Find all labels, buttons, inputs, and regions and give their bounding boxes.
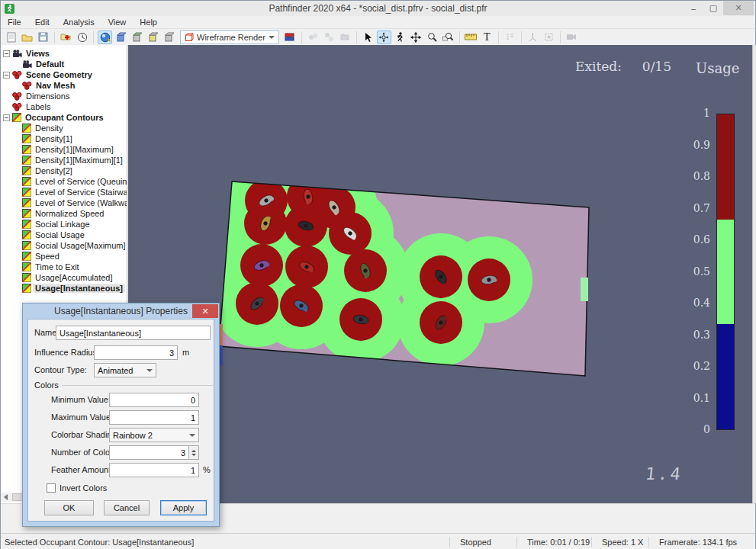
close-button[interactable]: ✕ (723, 1, 754, 15)
frame-icon[interactable] (542, 30, 556, 44)
tree-item-label: Views (24, 49, 52, 58)
tree-item-speed[interactable]: Speed (1, 251, 127, 262)
status-framerate: Framerate: 134.1 fps (648, 537, 755, 547)
group-icon[interactable] (306, 30, 320, 44)
tree-item-normalized-speed[interactable]: Normalized Speed (1, 208, 127, 219)
cancel-button[interactable]: Cancel (104, 500, 150, 515)
apply-button[interactable]: Apply (160, 500, 207, 515)
ruler-tool-icon[interactable] (464, 30, 478, 44)
tree-item-nav-mesh[interactable]: Nav Mesh (1, 80, 127, 91)
render-mode-select[interactable]: Wireframe Render (180, 30, 279, 44)
title-bar: Pathfinder 2020 x64 - *social_dist.pfrv … (1, 1, 755, 16)
exited-label: Exited: (575, 59, 622, 74)
colorbar-tick-label: 0.3 (672, 329, 710, 341)
zoom-tool-icon[interactable] (425, 30, 439, 44)
save-file-icon[interactable] (36, 30, 50, 44)
menu-view[interactable]: View (101, 18, 134, 27)
tree-item-level-of-service-stairway[interactable]: Level of Service (Stairway) (1, 187, 127, 197)
status-selection: Selected Occupant Contour: Usage[Instant… (1, 538, 449, 547)
select-tool-icon[interactable] (361, 30, 375, 44)
new-file-icon[interactable] (4, 30, 18, 44)
tree-item-density[interactable]: Density (1, 123, 127, 133)
list-options-icon[interactable] (503, 30, 517, 44)
minimize-button[interactable]: – (684, 1, 703, 15)
tree-item-scene-geometry[interactable]: Scene Geometry (1, 69, 127, 80)
colorbar-segment-2 (717, 220, 734, 325)
tree-item-time-to-exit[interactable]: Time to Exit (1, 262, 127, 272)
scene-layers-icon[interactable] (283, 30, 298, 44)
minimum-value-field[interactable]: 0 (109, 393, 199, 407)
orbit-tool-icon[interactable] (377, 30, 391, 44)
zoom-box-tool-icon[interactable] (441, 30, 455, 44)
tree-item-label: Density[2] (33, 166, 75, 175)
view-perspective-icon[interactable] (98, 30, 112, 44)
maximum-value-field[interactable]: 1 (109, 410, 199, 425)
import-icon[interactable] (59, 30, 73, 44)
tree-item-social-linkage[interactable]: Social Linkage (1, 219, 127, 230)
contour-icon (22, 284, 31, 293)
scroll-left-icon[interactable] (4, 494, 8, 500)
tree-item-views[interactable]: Views (1, 48, 127, 59)
status-bar: Selected Occupant Contour: Usage[Instant… (1, 533, 755, 549)
tree-item-labels[interactable]: Labels (1, 101, 127, 112)
viewport-vertical-scrollbar[interactable] (752, 45, 756, 503)
tree-item-density-2[interactable]: Density[2] (1, 165, 127, 176)
maximize-button[interactable]: ▢ (703, 1, 723, 15)
menu-help[interactable]: Help (133, 18, 164, 27)
collapse-icon[interactable] (3, 72, 10, 79)
dialog-close-button[interactable]: ✕ (192, 304, 218, 318)
name-field[interactable]: Usage[Instantaneous] (56, 326, 211, 340)
view-top-icon[interactable] (130, 30, 144, 44)
tree-item-occupant-contours[interactable]: Occupant Contours (1, 112, 127, 123)
colorbar-shading-select[interactable]: Rainbow 2 (109, 428, 199, 442)
contour-icon (22, 124, 31, 133)
open-file-icon[interactable] (20, 30, 34, 44)
main-toolbar: Wireframe Render T (1, 29, 755, 45)
menu-file[interactable]: File (1, 18, 28, 27)
tree-item-dimensions[interactable]: Dimensions (1, 91, 127, 101)
pan-tool-icon[interactable] (409, 30, 423, 44)
feather-amount-field[interactable]: 1 (109, 463, 199, 477)
colorbar-segment-3 (717, 324, 734, 429)
colorbar-tick-label: 0.5 (672, 265, 710, 278)
axis-icon[interactable] (526, 30, 540, 44)
tree-item-density-1[interactable]: Density[1] (1, 133, 127, 144)
collapse-icon[interactable] (3, 114, 10, 121)
chevron-down-icon (189, 434, 195, 437)
view-front-icon[interactable] (146, 30, 160, 44)
tree-item-default[interactable]: Default (1, 59, 127, 69)
contour-type-label: Contour Type: (34, 365, 87, 374)
menu-edit[interactable]: Edit (28, 18, 56, 27)
merge-icon[interactable] (338, 30, 352, 44)
influence-radius-field[interactable]: 3 (94, 345, 178, 360)
invert-colors-checkbox[interactable] (47, 483, 56, 493)
tree-item-usage-accumulated[interactable]: Usage[Accumulated] (1, 272, 127, 283)
tree-item-label: Level of Service (Queuing) (33, 177, 127, 186)
viewport-3d[interactable]: Exited: 0/15 Usage 10.90.80.70.60.50.40.… (128, 45, 756, 503)
number-of-colors-stepper[interactable] (189, 445, 199, 460)
view-orthogonal-icon[interactable] (114, 30, 128, 44)
tree-item-label: Level of Service (Stairway) (33, 188, 127, 197)
contour-icon (22, 156, 31, 165)
menu-analysis[interactable]: Analysis (56, 18, 101, 27)
time-history-icon[interactable] (75, 30, 89, 44)
number-of-colors-field[interactable]: 3 (109, 445, 189, 460)
collapse-icon[interactable] (3, 50, 10, 57)
text-tool-icon[interactable]: T (480, 30, 494, 44)
contour-icon (22, 220, 31, 229)
render-mode-label: Wireframe Render (197, 33, 265, 42)
tree-item-usage-instantaneous[interactable]: Usage[Instantaneous] (1, 283, 127, 294)
tree-item-density-1-maximum[interactable]: Density[1][Maximum] (1, 144, 127, 155)
ungroup-icon[interactable] (322, 30, 336, 44)
view-side-icon[interactable] (162, 30, 176, 44)
ok-button[interactable]: OK (44, 500, 94, 515)
tree-item-level-of-service-queuing[interactable]: Level of Service (Queuing) (1, 176, 127, 187)
movie-camera-icon[interactable] (565, 30, 579, 44)
tree-item-density-1-maximum-1[interactable]: Density[1][Maximum][1] (1, 155, 127, 165)
maximum-value-label: Maximum Value: (51, 413, 113, 422)
contour-type-select[interactable]: Animated (94, 363, 156, 377)
agent-tool-icon[interactable] (393, 30, 407, 44)
tree-item-level-of-service-walkway[interactable]: Level of Service (Walkway) (1, 197, 127, 208)
tree-item-social-usage-maximum[interactable]: Social Usage[Maximum] (1, 240, 127, 251)
tree-item-social-usage[interactable]: Social Usage (1, 230, 127, 240)
